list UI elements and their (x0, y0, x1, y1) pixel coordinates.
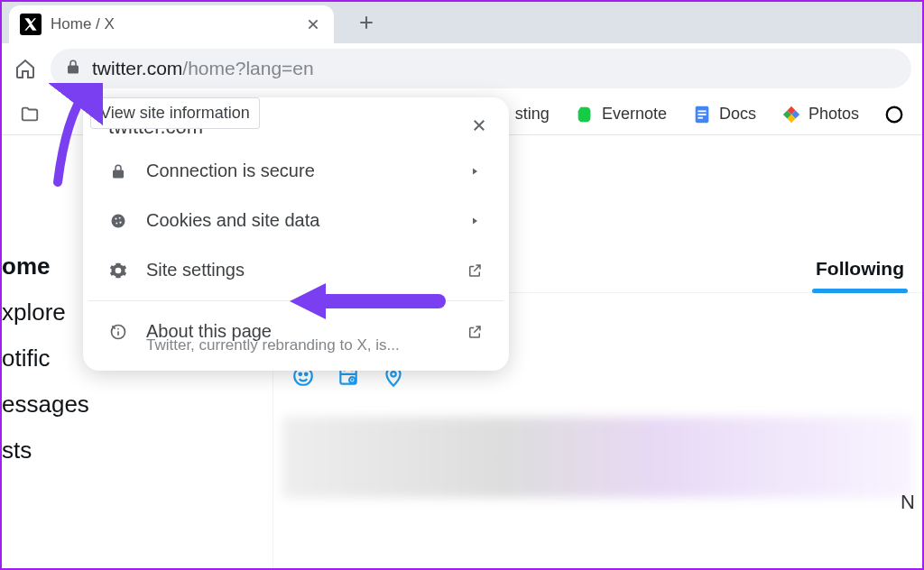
external-link-icon (466, 262, 484, 280)
gear-icon (108, 261, 128, 280)
svg-point-10 (391, 372, 395, 376)
site-info-tooltip: View site information (90, 97, 260, 129)
url-text: twitter.com/home?lang=en (92, 58, 314, 79)
nav-lists[interactable]: sts (2, 428, 273, 473)
tab-following[interactable]: Following (807, 244, 913, 292)
bookmark-photos[interactable]: Photos (781, 105, 859, 124)
evernote-icon (575, 105, 595, 124)
svg-point-11 (112, 214, 125, 227)
bookmark-extra[interactable] (884, 105, 904, 124)
browser-tab[interactable]: Home / X (9, 5, 334, 43)
row-label: Cookies and site data (146, 210, 448, 231)
url-host: twitter.com (92, 58, 182, 78)
feed-item-blurred (282, 417, 913, 498)
bookmark-label: Evernote (602, 105, 667, 124)
new-tab-button[interactable] (348, 5, 384, 41)
bookmark-label: sting (515, 105, 550, 124)
about-icon (108, 322, 128, 342)
svg-point-15 (116, 222, 117, 224)
chevron-right-icon (466, 162, 484, 180)
photos-icon (781, 105, 801, 124)
site-info-popup: twitter.com Connection is secure Cookies… (83, 97, 509, 371)
home-button[interactable] (13, 56, 38, 81)
nav-messages[interactable]: essages (2, 382, 273, 428)
chevron-right-icon (466, 212, 484, 230)
bookmark-testing[interactable]: sting (515, 105, 550, 124)
svg-point-12 (115, 217, 116, 219)
annotation-arrow-2 (285, 274, 448, 328)
url-path: /home?lang=en (182, 58, 313, 78)
svg-point-14 (119, 221, 121, 223)
cookies-row[interactable]: Cookies and site data (88, 196, 504, 245)
close-tab-button[interactable] (303, 14, 323, 34)
lock-icon (108, 161, 128, 181)
popup-close-button[interactable] (471, 115, 487, 139)
external-link-icon (466, 323, 484, 341)
bookmark-folder[interactable] (20, 105, 40, 124)
circle-icon (884, 105, 904, 124)
svg-point-4 (887, 106, 902, 122)
address-bar-row: twitter.com/home?lang=en (2, 43, 922, 94)
svg-point-6 (299, 373, 301, 376)
lock-icon[interactable] (65, 59, 81, 78)
svg-rect-3 (698, 116, 703, 118)
docs-icon (692, 105, 712, 124)
bookmark-evernote[interactable]: Evernote (575, 105, 667, 124)
connection-secure-row[interactable]: Connection is secure (88, 146, 504, 196)
svg-rect-1 (698, 110, 706, 112)
row-label: Connection is secure (146, 161, 448, 181)
address-bar[interactable]: twitter.com/home?lang=en (51, 49, 911, 88)
tab-strip: Home / X (2, 2, 922, 43)
bookmark-docs[interactable]: Docs (692, 105, 756, 124)
tab-label: Following (816, 258, 904, 279)
x-favicon (20, 14, 42, 35)
truncated-text: N (901, 491, 915, 514)
bookmark-label: Photos (808, 105, 859, 124)
tab-underline (812, 289, 908, 293)
annotation-arrow-1 (40, 83, 103, 191)
bookmark-label: Docs (719, 105, 756, 124)
cookie-icon (108, 211, 128, 231)
tab-title: Home / X (51, 15, 294, 33)
folder-icon (20, 105, 40, 124)
svg-point-13 (119, 216, 121, 218)
svg-rect-2 (698, 114, 706, 115)
svg-point-7 (305, 373, 308, 376)
